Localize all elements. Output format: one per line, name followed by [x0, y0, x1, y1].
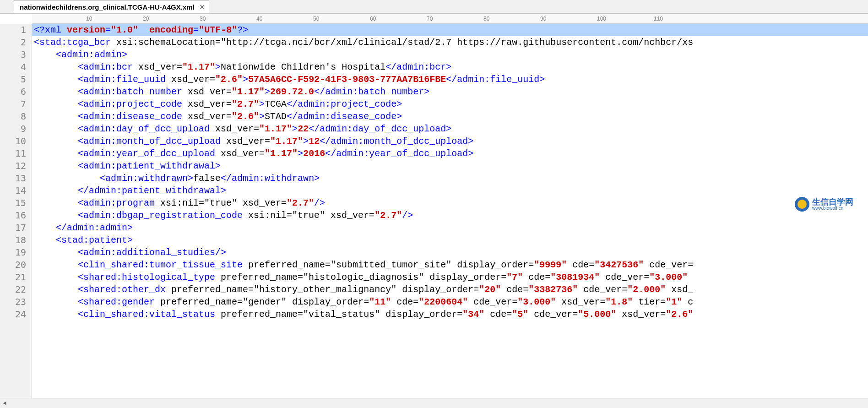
- line-number: 5: [0, 73, 26, 86]
- token: 22: [298, 124, 309, 134]
- token: "1.17": [232, 87, 265, 97]
- token: "5": [512, 309, 534, 320]
- ruler-mark: 80: [483, 16, 489, 22]
- watermark-cn: 生信自学网: [812, 198, 853, 206]
- token: <?: [34, 25, 45, 35]
- token: =: [193, 25, 199, 35]
- line-number: 13: [0, 172, 26, 185]
- token: display_order=: [429, 272, 506, 283]
- line-number: 20: [0, 259, 26, 271]
- code-line[interactable]: <admin:withdrawn>false</admin:withdrawn>: [32, 172, 868, 185]
- horizontal-scrollbar[interactable]: ◄: [0, 398, 868, 408]
- code-line[interactable]: <shared:gender preferred_name="gender" d…: [32, 296, 868, 308]
- token: "true": [204, 198, 243, 208]
- token: 57A5A6CC-F592-41F3-9803-777AA7B16FBE: [248, 74, 446, 85]
- code-line[interactable]: <admin:day_of_dcc_upload xsd_ver="1.17">…: [32, 123, 868, 135]
- token: cde=: [572, 260, 594, 270]
- code-line[interactable]: <admin:batch_number xsd_ver="1.17">269.7…: [32, 86, 868, 98]
- token: preferred_name=: [160, 297, 243, 307]
- code-line[interactable]: <shared:histological_type preferred_name…: [32, 271, 868, 283]
- token: "11": [369, 297, 396, 307]
- token: xsd_ver=: [138, 62, 182, 72]
- code-line[interactable]: <admin:dbgap_registration_code xsi:nil="…: [32, 209, 868, 222]
- code-line[interactable]: <?xml version="1.0" encoding="UTF-8"?>: [32, 24, 868, 36]
- token: display_order=: [385, 309, 462, 320]
- token: >: [303, 136, 309, 147]
- code-line[interactable]: <admin:patient_withdrawal>: [32, 160, 868, 172]
- code-view[interactable]: <?xml version="1.0" encoding="UTF-8"?><s…: [32, 24, 868, 398]
- token: display_order=: [292, 297, 369, 307]
- code-line[interactable]: <admin:program xsi:nil="true" xsd_ver="2…: [32, 197, 868, 209]
- token: "7": [506, 272, 528, 283]
- line-number: 23: [0, 296, 26, 308]
- ruler-mark: 30: [200, 16, 206, 22]
- token: xsd_ver=: [188, 99, 232, 109]
- code-line[interactable]: <admin:year_of_dcc_upload xsd_ver="1.17"…: [32, 147, 868, 160]
- token: xsd_ver=: [215, 124, 259, 134]
- ruler-mark: 90: [540, 16, 546, 22]
- code-line[interactable]: <admin:project_code xsd_ver="2.7">TCGA</…: [32, 98, 868, 110]
- token: >: [259, 99, 265, 109]
- token: <admin:admin>: [56, 49, 127, 60]
- code-line[interactable]: <admin:admin>: [32, 49, 868, 61]
- line-number: 15: [0, 197, 26, 209]
- token: xsd_ver=: [171, 74, 215, 85]
- token: xsi:schemaLocation=: [116, 37, 221, 48]
- line-number: 22: [0, 283, 26, 296]
- code-line[interactable]: <admin:disease_code xsd_ver="2.6">STAD</…: [32, 110, 868, 123]
- token: false: [193, 173, 221, 184]
- code-line[interactable]: <admin:file_uuid xsd_ver="2.6">57A5A6CC-…: [32, 73, 868, 86]
- token: preferred_name=: [171, 284, 254, 295]
- line-number: 6: [0, 86, 26, 98]
- token: </admin:year_of_dcc_upload>: [325, 148, 473, 159]
- token: cde_ver=: [605, 272, 649, 283]
- line-number: 12: [0, 160, 26, 172]
- token: "3081934": [550, 272, 605, 283]
- line-number: 8: [0, 110, 26, 123]
- token: </admin:batch_number>: [314, 87, 429, 97]
- token: <admin:disease_code: [78, 111, 188, 122]
- ruler-mark: 50: [313, 16, 319, 22]
- ruler-mark: 10: [86, 16, 92, 22]
- code-line[interactable]: </admin:patient_withdrawal>: [32, 185, 868, 197]
- token: "3382736": [528, 284, 583, 295]
- code-line[interactable]: <stad:tcga_bcr xsi:schemaLocation="http:…: [32, 36, 868, 49]
- line-number: 16: [0, 209, 26, 222]
- token: >: [265, 87, 270, 97]
- token: <admin:day_of_dcc_upload: [78, 124, 215, 134]
- token: c: [688, 297, 693, 307]
- code-line[interactable]: <admin:month_of_dcc_upload xsd_ver="1.17…: [32, 135, 868, 147]
- code-line[interactable]: <clin_shared:tumor_tissue_site preferred…: [32, 259, 868, 271]
- token: cde_ver=: [649, 260, 693, 270]
- token: "gender": [243, 297, 292, 307]
- token: "3.000": [649, 272, 693, 283]
- file-tab[interactable]: nationwidechildrens.org_clinical.TCGA-HU…: [14, 0, 209, 13]
- code-line[interactable]: <stad:patient>: [32, 234, 868, 246]
- code-line[interactable]: <clin_shared:vital_status preferred_name…: [32, 308, 868, 321]
- watermark-text: 生信自学网 www.biowolf.cn: [812, 198, 853, 211]
- token: "1": [666, 297, 688, 307]
- token: display_order=: [402, 284, 479, 295]
- code-line[interactable]: </admin:admin>: [32, 222, 868, 234]
- token: <admin:withdrawn>: [100, 173, 193, 184]
- close-icon[interactable]: ✕: [199, 3, 205, 11]
- token: <admin:year_of_dcc_upload: [78, 148, 221, 159]
- ruler-mark: 70: [427, 16, 433, 22]
- token: "2.6": [215, 74, 243, 85]
- token: display_order=: [457, 260, 534, 270]
- ruler: 102030405060708090100110: [32, 14, 868, 24]
- scroll-left-icon[interactable]: ◄: [0, 399, 9, 408]
- ruler-mark: 100: [597, 16, 606, 22]
- code-line[interactable]: <admin:additional_studies/>: [32, 246, 868, 259]
- token: <clin_shared:tumor_tissue_site: [78, 260, 248, 270]
- code-line[interactable]: <admin:bcr xsd_ver="1.17">Nationwide Chi…: [32, 61, 868, 73]
- token: />: [402, 210, 413, 221]
- ruler-mark: 40: [256, 16, 262, 22]
- code-line[interactable]: <shared:other_dx preferred_name="history…: [32, 283, 868, 296]
- token: xsi:nil=: [248, 210, 292, 221]
- token: >: [292, 124, 298, 134]
- token: >: [215, 62, 221, 72]
- token: </admin:bcr>: [385, 62, 451, 72]
- token: "2.7": [232, 99, 259, 109]
- token: xsd_ver=: [188, 111, 232, 122]
